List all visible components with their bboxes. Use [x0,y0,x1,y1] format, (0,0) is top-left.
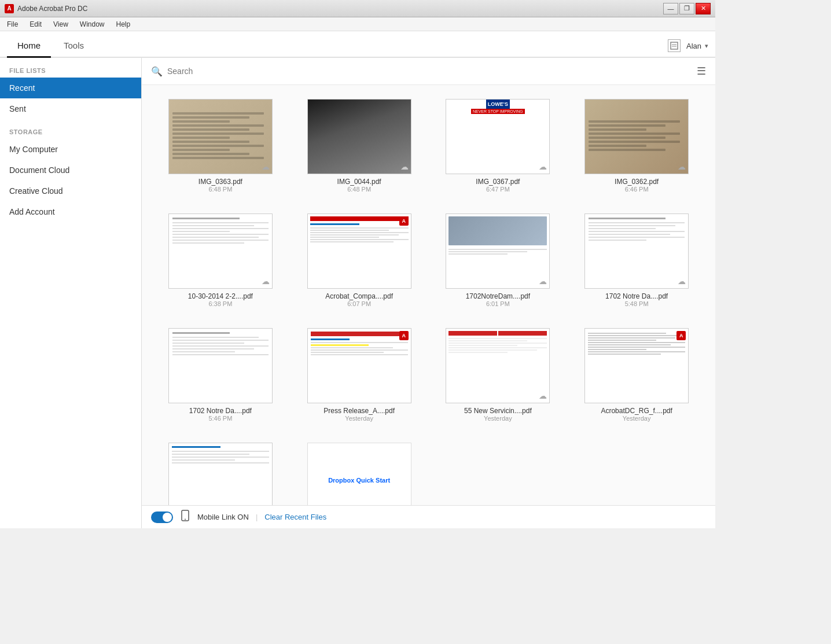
file-card-1[interactable]: ☁ IMG_0044.pdf 6:48 PM [295,94,424,197]
adobe-badge-5: A [399,216,409,226]
cloud-icon-1: ☁ [400,162,409,171]
cloud-icon-10: ☁ [539,391,547,400]
file-time-4: 6:38 PM [208,300,232,307]
search-input[interactable] [167,67,341,76]
restore-button[interactable]: ❐ [679,3,694,14]
file-thumb-8 [168,328,273,403]
file-thumb-2: LOWE'S NEVER STOP IMPROVING ☁ [446,99,550,174]
file-time-9: Yesterday [345,415,373,422]
svg-rect-0 [671,42,678,49]
file-time-10: Yesterday [484,415,512,422]
adobe-badge-9: A [399,331,409,340]
mobile-link-label: Mobile Link ON [197,513,249,521]
sidebar-item-recent[interactable]: Recent [0,78,141,98]
file-time-2: 6:47 PM [486,186,510,193]
tab-bar-right: Alan ▾ [668,39,708,57]
file-thumb-5: A [307,214,411,289]
svg-point-4 [185,519,186,520]
sidebar-item-my-computer[interactable]: My Computer [0,139,141,160]
menu-view[interactable]: View [49,19,73,30]
mobile-link-toggle[interactable] [151,511,173,523]
list-view-icon[interactable]: ☰ [697,65,706,78]
cloud-icon-7: ☁ [678,277,686,286]
file-grid-inner: ☁ IMG_0363.pdf 6:48 PM ☁ IMG_0044.pdf 6:… [156,94,701,505]
tabs: Home Tools [7,35,94,57]
file-card-0[interactable]: ☁ IMG_0363.pdf 6:48 PM [156,94,285,197]
storage-label: STORAGE [0,128,141,139]
menu-window[interactable]: Window [75,19,109,30]
user-area[interactable]: Alan ▾ [686,42,708,50]
tab-bar: Home Tools Alan ▾ [0,31,715,58]
adobe-badge-11: A [676,331,686,340]
search-bar: 🔍 ☰ [142,58,715,85]
file-time-8: 5:46 PM [208,415,232,422]
file-name-3: IMG_0362.pdf [615,178,659,186]
file-name-8: 1702 Notre Da....pdf [189,407,252,415]
sidebar-item-sent[interactable]: Sent [0,98,141,119]
file-card-9[interactable]: A Press Release_A....pdf Yesterday [295,323,424,426]
file-card-10[interactable]: ☁ 55 New Servicin....pdf Yesterday [433,323,563,426]
main-container: FILE LISTS Recent Sent STORAGE My Comput… [0,58,715,528]
cloud-icon-6: ☁ [539,277,547,286]
file-name-4: 10-30-2014 2-2....pdf [188,292,253,300]
file-thumb-7: ☁ [584,214,689,289]
user-name: Alan [686,42,701,50]
tab-home[interactable]: Home [7,35,51,58]
mobile-icon [180,510,190,524]
menu-edit[interactable]: Edit [25,19,46,30]
close-button[interactable]: ✕ [696,3,711,14]
file-card-11[interactable]: A AcrobatDC_RG_f....pdf Yesterday [572,323,701,426]
bottom-bar: Mobile Link ON | Clear Recent Files [142,505,715,528]
file-time-11: Yesterday [623,415,651,422]
tab-tools[interactable]: Tools [53,35,94,58]
file-card-4[interactable]: ☁ 10-30-2014 2-2....pdf 6:38 PM [156,209,285,312]
file-card-7[interactable]: ☁ 1702 Notre Da....pdf 5:48 PM [572,209,701,312]
file-card-8[interactable]: 1702 Notre Da....pdf 5:46 PM [156,323,285,426]
file-name-2: IMG_0367.pdf [476,178,520,186]
user-chevron: ▾ [705,42,708,50]
file-card-6[interactable]: ☁ 1702NotreDam....pdf 6:01 PM [433,209,563,312]
file-name-1: IMG_0044.pdf [337,178,381,186]
file-time-3: 6:46 PM [625,186,649,193]
menu-help[interactable]: Help [112,19,135,30]
menu-file[interactable]: File [2,19,23,30]
cloud-icon-0: ☁ [262,162,270,171]
file-grid: ☁ IMG_0363.pdf 6:48 PM ☁ IMG_0044.pdf 6:… [142,85,715,505]
sidebar-item-document-cloud[interactable]: Document Cloud [0,160,141,181]
title-bar: A Adobe Acrobat Pro DC — ❐ ✕ [0,0,715,17]
file-card-12[interactable] [156,438,285,505]
dropbox-label: Dropbox Quick Start [328,477,390,484]
toggle-knob [163,513,172,522]
app-title: Adobe Acrobat Pro DC [17,5,87,13]
file-name-9: Press Release_A....pdf [323,407,395,415]
title-bar-left: A Adobe Acrobat Pro DC [5,4,87,13]
search-icon: 🔍 [151,66,163,77]
file-name-0: IMG_0363.pdf [198,178,242,186]
file-name-10: 55 New Servicin....pdf [464,407,532,415]
clear-recent-files-link[interactable]: Clear Recent Files [264,513,326,521]
menu-bar: File Edit View Window Help [0,17,715,31]
file-card-2[interactable]: LOWE'S NEVER STOP IMPROVING ☁ [433,94,563,197]
file-thumb-6: ☁ [446,214,550,289]
file-thumb-4: ☁ [168,214,273,289]
file-name-6: 1702NotreDam....pdf [466,292,530,300]
file-thumb-3: ☁ [584,99,689,174]
file-time-6: 6:01 PM [486,300,510,307]
file-card-13[interactable]: Dropbox Quick Start [295,438,424,505]
file-name-11: AcrobatDC_RG_f....pdf [601,407,672,415]
file-thumb-13: Dropbox Quick Start [307,443,411,505]
sidebar: FILE LISTS Recent Sent STORAGE My Comput… [0,58,142,528]
cloud-icon-3: ☁ [678,162,686,171]
minimize-button[interactable]: — [663,3,678,14]
content-area: 🔍 ☰ [142,58,715,528]
file-card-3[interactable]: ☁ IMG_0362.pdf 6:46 PM [572,94,701,197]
file-thumb-0: ☁ [168,99,273,174]
sidebar-item-creative-cloud[interactable]: Creative Cloud [0,181,141,201]
file-name-7: 1702 Notre Da....pdf [605,292,668,300]
app-icon: A [5,4,14,13]
file-name-5: Acrobat_Compa....pdf [325,292,393,300]
sidebar-item-add-account[interactable]: Add Account [0,201,141,222]
window-controls: — ❐ ✕ [663,3,711,14]
file-time-7: 5:48 PM [625,300,649,307]
file-card-5[interactable]: A Acrobat_Compa....pdf 6:07 PM [295,209,424,312]
